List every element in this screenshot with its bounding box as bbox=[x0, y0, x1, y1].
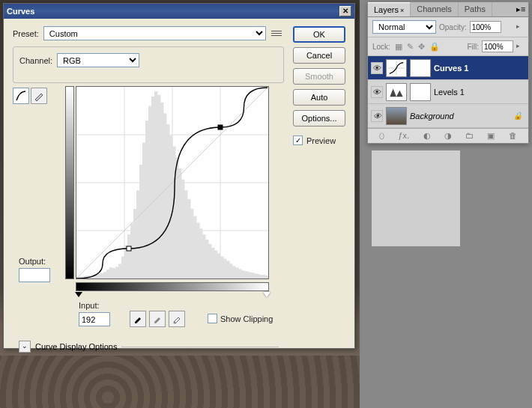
lock-transparency-icon[interactable]: ▦ bbox=[395, 42, 402, 52]
opacity-label: Opacity: bbox=[439, 23, 467, 31]
trash-icon[interactable]: 🗑 bbox=[509, 131, 517, 141]
svg-rect-43 bbox=[187, 199, 191, 278]
svg-rect-33 bbox=[157, 95, 161, 278]
white-eyedropper-icon[interactable] bbox=[169, 311, 185, 327]
black-point-slider[interactable] bbox=[75, 292, 82, 297]
fill-slider-icon[interactable]: ▸ bbox=[516, 42, 524, 51]
svg-rect-45 bbox=[193, 216, 197, 278]
svg-rect-13 bbox=[97, 274, 101, 278]
svg-rect-37 bbox=[169, 136, 173, 278]
svg-rect-69 bbox=[265, 275, 268, 278]
curve-tool-icon[interactable] bbox=[13, 88, 29, 104]
layer-mask-icon bbox=[410, 83, 431, 101]
opacity-slider-icon[interactable]: ▸ bbox=[516, 22, 524, 31]
visibility-toggle[interactable]: 👁 bbox=[371, 110, 383, 122]
options-button[interactable]: Options... bbox=[293, 110, 345, 127]
svg-rect-66 bbox=[256, 274, 260, 278]
tab-channels[interactable]: Channels bbox=[411, 2, 458, 16]
preset-select[interactable]: Custom bbox=[43, 26, 266, 40]
svg-rect-29 bbox=[145, 121, 149, 278]
display-options-toggle[interactable]: ⌄ bbox=[19, 341, 31, 353]
svg-rect-52 bbox=[214, 251, 218, 278]
link-layers-icon[interactable]: ⬯ bbox=[379, 131, 384, 141]
svg-rect-49 bbox=[205, 240, 209, 278]
input-label: Input: bbox=[79, 301, 100, 310]
input-field[interactable] bbox=[79, 312, 110, 326]
svg-rect-30 bbox=[148, 106, 152, 278]
panel-menu-icon[interactable]: ▸≡ bbox=[516, 4, 527, 13]
lock-label: Lock: bbox=[372, 43, 390, 51]
visibility-toggle[interactable]: 👁 bbox=[371, 86, 383, 98]
group-icon[interactable]: 🗀 bbox=[465, 131, 474, 141]
layer-item-levels[interactable]: 👁 Levels 1 bbox=[368, 80, 528, 104]
opacity-field[interactable] bbox=[470, 21, 501, 33]
visibility-toggle[interactable]: 👁 bbox=[371, 62, 383, 74]
layer-name: Background bbox=[410, 112, 510, 121]
svg-rect-55 bbox=[223, 259, 227, 278]
svg-rect-23 bbox=[127, 234, 131, 278]
mask-icon[interactable]: ◐ bbox=[423, 131, 431, 141]
preview-checkbox[interactable]: ✓ bbox=[293, 136, 303, 145]
svg-rect-18 bbox=[112, 268, 116, 278]
layer-item-background[interactable]: 👁 Background 🔒 bbox=[368, 104, 528, 128]
layer-name: Curves 1 bbox=[434, 64, 525, 73]
display-options-label: Curve Display Options bbox=[35, 342, 117, 351]
lock-all-icon[interactable]: 🔒 bbox=[429, 42, 440, 52]
black-eyedropper-icon[interactable] bbox=[130, 311, 146, 327]
svg-rect-34 bbox=[160, 103, 164, 278]
layer-thumb-icon bbox=[386, 107, 407, 125]
tab-paths[interactable]: Paths bbox=[459, 2, 492, 16]
gray-eyedropper-icon[interactable] bbox=[149, 311, 166, 327]
new-layer-icon[interactable]: ▣ bbox=[487, 131, 495, 141]
lock-position-icon[interactable]: ✥ bbox=[418, 42, 425, 52]
svg-rect-62 bbox=[244, 271, 248, 278]
show-clipping-label: Show Clipping bbox=[220, 314, 273, 323]
svg-rect-54 bbox=[220, 257, 224, 278]
svg-point-74 bbox=[154, 322, 156, 323]
fill-field[interactable] bbox=[482, 40, 513, 52]
input-gradient bbox=[76, 282, 269, 291]
ok-button[interactable]: OK bbox=[293, 26, 345, 43]
svg-rect-36 bbox=[166, 124, 170, 278]
lock-icon: 🔒 bbox=[513, 112, 522, 120]
output-field[interactable] bbox=[19, 268, 50, 282]
svg-point-75 bbox=[174, 322, 175, 323]
close-button[interactable]: ✕ bbox=[339, 6, 351, 16]
curve-graph[interactable] bbox=[76, 86, 269, 279]
svg-rect-57 bbox=[229, 264, 233, 278]
cancel-button[interactable]: Cancel bbox=[293, 47, 345, 64]
dialog-titlebar: Curves ✕ bbox=[4, 4, 354, 19]
svg-rect-51 bbox=[211, 248, 215, 278]
svg-rect-21 bbox=[121, 257, 125, 278]
preview-label: Preview bbox=[306, 136, 336, 145]
fill-label: Fill: bbox=[467, 43, 479, 51]
svg-rect-79 bbox=[387, 84, 406, 100]
smooth-button[interactable]: Smooth bbox=[293, 68, 345, 85]
svg-rect-64 bbox=[250, 272, 254, 278]
svg-rect-17 bbox=[109, 267, 113, 278]
svg-rect-61 bbox=[241, 270, 245, 278]
blend-mode-select[interactable]: Normal bbox=[372, 20, 436, 34]
auto-button[interactable]: Auto bbox=[293, 89, 345, 106]
svg-rect-58 bbox=[232, 266, 236, 278]
adjustment-icon[interactable]: ◑ bbox=[444, 131, 452, 141]
tab-layers[interactable]: Layers× bbox=[368, 2, 411, 16]
lock-pixels-icon[interactable]: ✎ bbox=[407, 42, 414, 52]
svg-rect-27 bbox=[139, 165, 143, 278]
white-point-slider[interactable] bbox=[263, 292, 270, 297]
layers-panel: Layers× Channels Paths ▸≡ Normal Opacity… bbox=[367, 1, 529, 144]
svg-rect-39 bbox=[175, 157, 179, 278]
dialog-title: Curves bbox=[7, 7, 34, 16]
layer-name: Levels 1 bbox=[434, 88, 525, 97]
layer-thumb-icon bbox=[386, 83, 407, 101]
svg-rect-56 bbox=[226, 261, 230, 278]
svg-rect-59 bbox=[235, 267, 239, 278]
layer-item-curves[interactable]: 👁 Curves 1 bbox=[368, 56, 528, 80]
preset-menu-icon[interactable] bbox=[270, 28, 282, 40]
show-clipping-checkbox[interactable] bbox=[208, 314, 217, 323]
channel-select[interactable]: RGB bbox=[57, 53, 139, 67]
svg-rect-72 bbox=[218, 125, 223, 130]
fx-icon[interactable]: ƒx. bbox=[398, 131, 409, 141]
pencil-tool-icon[interactable] bbox=[31, 88, 47, 104]
svg-rect-40 bbox=[178, 168, 182, 278]
